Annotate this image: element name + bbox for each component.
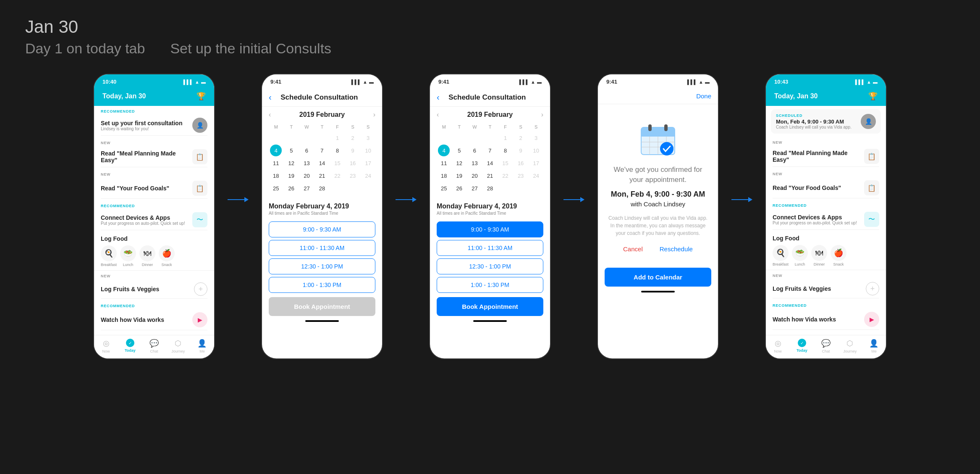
slot-4-3[interactable]: 1:00 - 1:30 PM <box>437 277 543 293</box>
log-food-section: Log Food 🍳 Breakfast 🥗 Lunch 🍽 Dinner <box>94 232 214 271</box>
food-dinner[interactable]: 🍽 Dinner <box>139 245 155 267</box>
cal-day-13[interactable]: 13 <box>301 157 312 169</box>
cal-next-2[interactable]: › <box>373 111 375 118</box>
cal-day-21[interactable]: 21 <box>316 170 328 182</box>
food-breakfast[interactable]: 🍳 Breakfast <box>101 245 117 267</box>
cal-next-3[interactable]: › <box>541 111 543 118</box>
status-time-4: 9:41 <box>606 79 617 85</box>
slot-1-2[interactable]: 9:00 - 9:30 AM <box>269 221 375 237</box>
slot-4-2[interactable]: 1:00 - 1:30 PM <box>269 277 375 293</box>
tab-now[interactable]: ◎ Now <box>94 339 118 353</box>
food-lunch[interactable]: 🥗 Lunch <box>120 245 136 267</box>
status-bar-4: 9:41 ▌▌▌ ▲ ▬ <box>598 74 718 87</box>
slot-2-3[interactable]: 11:00 - 11:30 AM <box>437 240 543 256</box>
tab-today[interactable]: ✓ Today <box>118 339 142 353</box>
tab-journey[interactable]: ⬡ Journey <box>166 339 190 353</box>
tab-me[interactable]: 👤 Me <box>190 339 214 353</box>
back-button-2[interactable]: ‹ <box>269 92 272 102</box>
cal-day-1[interactable]: 1 <box>332 132 343 144</box>
cal-day-7[interactable]: 7 <box>316 145 328 156</box>
cal-day-11[interactable]: 11 <box>270 157 282 169</box>
new-label-3: NEW <box>101 274 207 278</box>
food-lunch-5[interactable]: 🥗 Lunch <box>792 245 808 266</box>
arrow-4 <box>731 191 752 208</box>
tab-chat[interactable]: 💬 Chat <box>142 339 166 353</box>
cal-day-16[interactable]: 16 <box>347 157 359 169</box>
cal-day-2[interactable]: 2 <box>347 132 359 144</box>
fruits-card-5[interactable]: Log Fruits & Veggies + <box>773 279 879 298</box>
cal-day-15[interactable]: 15 <box>332 157 343 169</box>
consultation-card[interactable]: Set up your first consultation Lindsey i… <box>101 115 207 136</box>
cal-day-12[interactable]: 12 <box>286 157 297 169</box>
cal-day-18[interactable]: 18 <box>270 170 282 182</box>
food-goals-card[interactable]: Read "Your Food Goals" 📋 <box>101 178 207 199</box>
cal-day-28[interactable]: 28 <box>316 182 328 194</box>
book-btn-3[interactable]: Book Appointment <box>437 297 543 316</box>
add-cal-btn[interactable]: Add to Calendar <box>605 268 711 287</box>
food-breakfast-5[interactable]: 🍳 Breakfast <box>773 245 789 266</box>
cal-day-6[interactable]: 6 <box>301 145 312 156</box>
cal-day-27[interactable]: 27 <box>301 182 312 194</box>
cal-day-8[interactable]: 8 <box>332 145 343 156</box>
nav-title-3: Schedule Consultation <box>440 93 535 102</box>
breakfast-label: Breakfast <box>101 263 117 267</box>
watch-card-5[interactable]: Watch how Vida works ▶ <box>773 309 879 330</box>
cal-day-19[interactable]: 19 <box>286 170 297 182</box>
watch-title: Watch how Vida works <box>101 316 192 323</box>
devices-card-5[interactable]: Connect Devices & Apps Put your progress… <box>773 209 879 230</box>
slot-3-2[interactable]: 12:30 - 1:00 PM <box>269 258 375 274</box>
meal-planning-card[interactable]: Read "Meal Planning Made Easy" 📋 <box>101 147 207 167</box>
cal-day-25[interactable]: 25 <box>270 182 282 194</box>
new-label-5-2: NEW <box>773 172 879 176</box>
food-goals-card-5[interactable]: Read "Your Food Goals" 📋 <box>773 178 879 198</box>
cancel-btn[interactable]: Cancel <box>623 245 643 253</box>
cal-day-4[interactable]: 4 <box>270 145 282 156</box>
tab-journey-5[interactable]: ⬡ Journey <box>838 339 862 353</box>
cal-day-3[interactable]: 3 <box>362 132 374 144</box>
book-btn-2[interactable]: Book Appointment <box>269 297 375 316</box>
plus-icon[interactable]: + <box>194 282 207 296</box>
food-dinner-5[interactable]: 🍽 Dinner <box>811 245 827 266</box>
watch-card[interactable]: Watch how Vida works ▶ <box>101 310 207 330</box>
food-icons-row-5: 🍳 Breakfast 🥗 Lunch 🍽 Dinner 🍎 Snack <box>773 245 879 266</box>
cal-day-17[interactable]: 17 <box>362 157 374 169</box>
play-icon-5[interactable]: ▶ <box>864 312 879 327</box>
play-icon[interactable]: ▶ <box>192 312 207 327</box>
cal-day-26[interactable]: 26 <box>286 182 297 194</box>
tab-today-5[interactable]: ✓ Today <box>790 339 814 353</box>
tab-now-5[interactable]: ◎ Now <box>766 339 790 353</box>
meal-planning-card-5[interactable]: Read "Meal Planning Made Easy" 📋 <box>773 146 879 167</box>
cal-day-14[interactable]: 14 <box>316 157 328 169</box>
scheduled-card[interactable]: SCHEDULED Mon, Feb 4, 9:00 - 9:30 AM Coa… <box>771 109 881 134</box>
slot-1-3-selected[interactable]: 9:00 - 9:30 AM <box>437 221 543 237</box>
cal-day-23[interactable]: 23 <box>347 170 359 182</box>
cal-day-22[interactable]: 22 <box>332 170 343 182</box>
cal-prev-2[interactable]: ‹ <box>269 111 271 118</box>
back-button-3[interactable]: ‹ <box>437 92 440 102</box>
svg-marker-3 <box>412 197 417 202</box>
devices-icon-5: 〜 <box>864 212 879 227</box>
done-btn[interactable]: Done <box>696 92 711 100</box>
reschedule-btn[interactable]: Reschedule <box>660 245 693 253</box>
wifi-icon-2: ▲ <box>363 79 367 84</box>
cal-day-20[interactable]: 20 <box>301 170 312 182</box>
cal-day-9[interactable]: 9 <box>347 145 359 156</box>
devices-title-5: Connect Devices & Apps <box>773 214 864 221</box>
cal-day-10[interactable]: 10 <box>362 145 374 156</box>
new-label-5-3: NEW <box>773 274 879 278</box>
cal-day-24[interactable]: 24 <box>362 170 374 182</box>
cal-day-5[interactable]: 5 <box>286 145 297 156</box>
devices-card[interactable]: Connect Devices & Apps Put your progress… <box>101 210 207 230</box>
slot-2-2[interactable]: 11:00 - 11:30 AM <box>269 240 375 256</box>
fruits-section: NEW Log Fruits & Veggies + <box>94 271 214 300</box>
plus-icon-5[interactable]: + <box>866 282 879 295</box>
food-snack-5[interactable]: 🍎 Snack <box>831 245 846 266</box>
food-snack[interactable]: 🍎 Snack <box>159 245 175 267</box>
battery-icon: ▬ <box>201 79 206 84</box>
tab-me-5[interactable]: 👤 Me <box>862 339 886 353</box>
slot-3-3[interactable]: 12:30 - 1:00 PM <box>437 258 543 274</box>
fruits-card[interactable]: Log Fruits & Veggies + <box>101 280 207 299</box>
scheduled-label: SCHEDULED <box>776 113 852 118</box>
tab-chat-5[interactable]: 💬 Chat <box>814 339 838 353</box>
cal-prev-3[interactable]: ‹ <box>437 111 439 118</box>
